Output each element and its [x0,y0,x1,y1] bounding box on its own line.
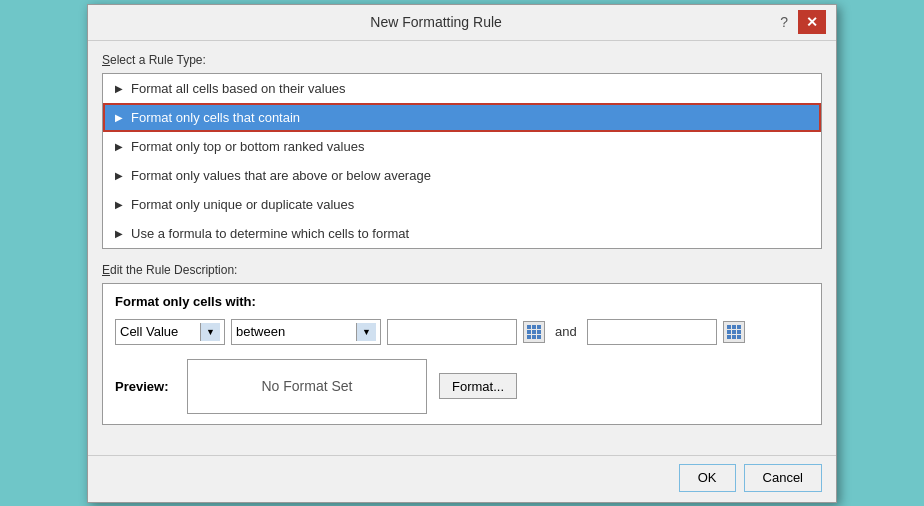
edit-rule-section: Edit the Rule Description: Format only c… [102,263,822,425]
dropdown-arrow-icon: ▼ [200,323,220,341]
rule-arrow-icon: ▶ [115,83,123,94]
rule-item-top-bottom[interactable]: ▶ Format only top or bottom ranked value… [103,132,821,161]
preview-row: Preview: No Format Set Format... [115,359,809,414]
preview-box: No Format Set [187,359,427,414]
ok-button[interactable]: OK [679,464,736,492]
rule-item-label: Format only top or bottom ranked values [131,139,364,154]
condition-row: Cell Value ▼ between ▼ [115,319,809,345]
between-label: between [236,324,285,339]
preview-label: Preview: [115,379,175,394]
cancel-button[interactable]: Cancel [744,464,822,492]
description-box: Format only cells with: Cell Value ▼ bet… [102,283,822,425]
rule-arrow-icon: ▶ [115,141,123,152]
rule-item-label: Format only cells that contain [131,110,300,125]
rule-item-label: Use a formula to determine which cells t… [131,226,409,241]
format-button[interactable]: Format... [439,373,517,399]
rule-arrow-icon: ▶ [115,199,123,210]
rule-item-cells-contain[interactable]: ▶ Format only cells that contain [103,103,821,132]
title-bar: New Formatting Rule ? ✕ [88,5,836,41]
value1-input-container [387,319,517,345]
between-select[interactable]: between ▼ [231,319,381,345]
rule-type-label: Select a Rule Type: [102,53,822,67]
grid-icon [727,325,741,339]
rule-item-label: Format all cells based on their values [131,81,346,96]
cell-value-label: Cell Value [120,324,178,339]
value2-input-container [587,319,717,345]
rule-arrow-icon: ▶ [115,170,123,181]
cell-picker-btn-2[interactable] [723,321,745,343]
title-bar-actions: ? ✕ [774,10,826,34]
edit-rule-label: Edit the Rule Description: [102,263,822,277]
rule-item-unique-duplicate[interactable]: ▶ Format only unique or duplicate values [103,190,821,219]
dialog-title: New Formatting Rule [98,14,774,30]
edit-underline: E [102,263,110,277]
value1-input[interactable] [388,320,516,344]
cell-value-select[interactable]: Cell Value ▼ [115,319,225,345]
dropdown-arrow-icon: ▼ [356,323,376,341]
rule-item-label: Format only values that are above or bel… [131,168,431,183]
cell-picker-btn-1[interactable] [523,321,545,343]
and-text: and [555,324,577,339]
value2-input[interactable] [588,320,716,344]
rule-item-formula[interactable]: ▶ Use a formula to determine which cells… [103,219,821,248]
rule-arrow-icon: ▶ [115,112,123,123]
no-format-text: No Format Set [261,378,352,394]
dialog-body: Select a Rule Type: ▶ Format all cells b… [88,41,836,447]
rule-item-above-below[interactable]: ▶ Format only values that are above or b… [103,161,821,190]
rule-type-list: ▶ Format all cells based on their values… [102,73,822,249]
rule-type-label-underline: S [102,53,110,67]
rule-item-all-cells[interactable]: ▶ Format all cells based on their values [103,74,821,103]
format-cells-with-label: Format only cells with: [115,294,809,309]
rule-item-label: Format only unique or duplicate values [131,197,354,212]
rule-arrow-icon: ▶ [115,228,123,239]
help-button[interactable]: ? [774,12,794,32]
close-button[interactable]: ✕ [798,10,826,34]
new-formatting-rule-dialog: New Formatting Rule ? ✕ Select a Rule Ty… [87,4,837,503]
grid-icon [527,325,541,339]
dialog-footer: OK Cancel [88,455,836,502]
